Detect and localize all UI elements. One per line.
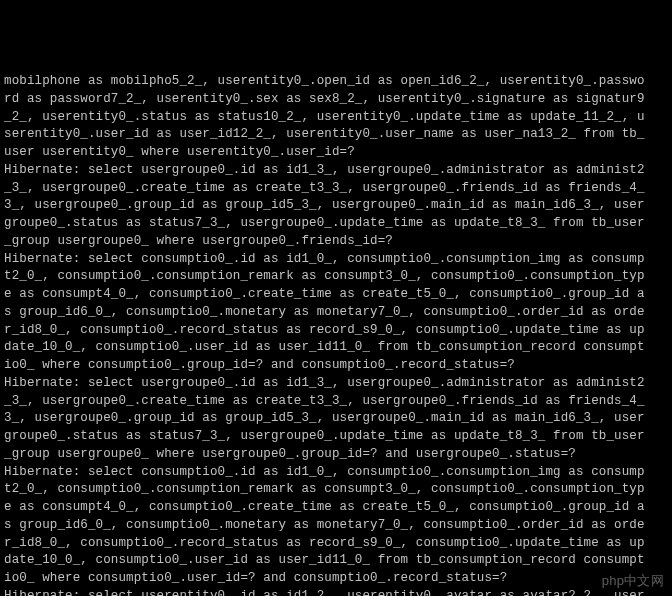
terminal-output: mobilphone as mobilpho5_2_, userentity0_… — [4, 73, 668, 596]
watermark-text: php中文网 — [602, 572, 664, 590]
